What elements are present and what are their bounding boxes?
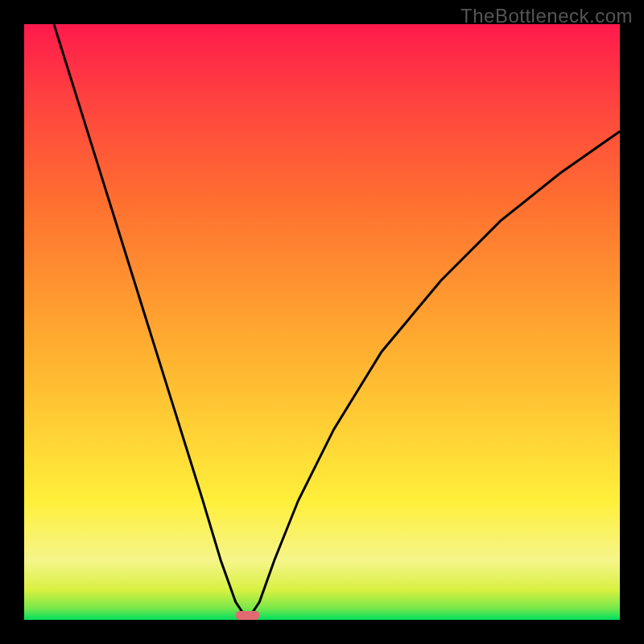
watermark-text: TheBottleneck.com xyxy=(460,5,633,27)
gradient-background xyxy=(24,24,620,620)
optimal-marker xyxy=(236,611,260,620)
chart-outer-frame: TheBottleneck.com xyxy=(0,0,644,644)
bottleneck-chart xyxy=(24,24,620,620)
